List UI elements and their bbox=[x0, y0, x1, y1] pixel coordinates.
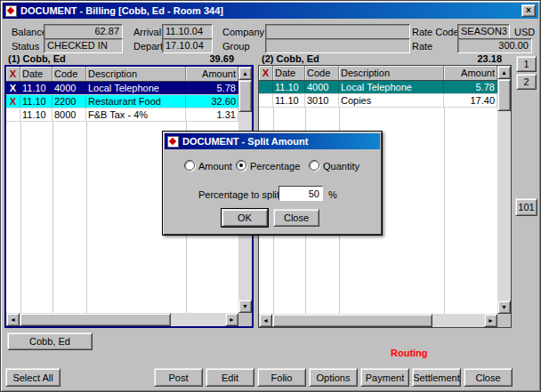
cell-date: 11.10 bbox=[273, 81, 305, 93]
cell-code: 4000 bbox=[305, 81, 339, 93]
split-amount-dialog: DOCUMENT - Split Amount Amount Percentag… bbox=[162, 131, 383, 236]
cell-description: F&B Tax - 4% bbox=[86, 108, 186, 121]
dialog-title: DOCUMENT - Split Amount bbox=[182, 136, 308, 147]
cell-x bbox=[259, 81, 273, 93]
folio-button[interactable]: Folio bbox=[257, 368, 306, 387]
balance-field: 62.87 bbox=[44, 24, 123, 39]
grid-header: X Date Code Description Amount bbox=[6, 67, 238, 82]
cell-description: Copies bbox=[339, 94, 444, 107]
scroll-up-icon[interactable]: ▲ bbox=[238, 67, 252, 80]
column-header-description[interactable]: Description bbox=[339, 66, 444, 80]
radio-amount-label: Amount bbox=[198, 160, 232, 172]
cell-description: Local Telephone bbox=[86, 82, 186, 94]
cell-date: 11.10 bbox=[273, 94, 305, 107]
horizontal-scrollbar[interactable]: ◄ ► bbox=[259, 314, 497, 327]
post-button[interactable]: Post bbox=[154, 368, 203, 387]
scrollbar-corner bbox=[238, 313, 252, 326]
column-header-x[interactable]: X bbox=[6, 67, 20, 81]
table-row[interactable]: X 11.10 2200 Restaurant Food 32.60 bbox=[6, 95, 238, 108]
group-label: Group bbox=[222, 40, 250, 52]
select-all-button[interactable]: Select All bbox=[5, 368, 61, 387]
cell-x: X bbox=[6, 95, 20, 108]
table-row[interactable]: 11.10 3010 Copies 17.40 bbox=[259, 94, 497, 108]
column-header-amount[interactable]: Amount bbox=[444, 66, 497, 80]
scroll-left-icon[interactable]: ◄ bbox=[6, 313, 20, 326]
scrollbar-thumb[interactable] bbox=[272, 314, 432, 327]
group-field[interactable] bbox=[265, 38, 410, 53]
table-row[interactable]: 11.10 4000 Local Telephone 5.78 bbox=[259, 81, 497, 94]
split-label: Percentage to split bbox=[198, 188, 279, 201]
folio-2-total: 23.18 bbox=[428, 52, 502, 65]
dialog-icon bbox=[167, 136, 179, 148]
status-field: CHECKED IN bbox=[44, 38, 123, 53]
cell-date: 11.10 bbox=[20, 95, 52, 108]
side-extra-button[interactable]: 101 bbox=[515, 198, 537, 216]
column-header-x[interactable]: X bbox=[259, 66, 273, 80]
scrollbar-thumb[interactable] bbox=[497, 79, 511, 111]
cell-amount: 32.60 bbox=[186, 95, 238, 108]
rate-code-label: Rate Code bbox=[412, 26, 459, 38]
scroll-down-icon[interactable]: ▼ bbox=[238, 300, 252, 313]
cell-code: 8000 bbox=[52, 108, 86, 121]
radio-amount[interactable] bbox=[184, 160, 195, 171]
cell-amount: 5.78 bbox=[186, 82, 238, 94]
arrival-field: 11.10.04 bbox=[162, 24, 213, 39]
options-button[interactable]: Options bbox=[309, 368, 358, 387]
percent-sign: % bbox=[328, 188, 337, 201]
cell-amount: 17.40 bbox=[444, 94, 497, 107]
cell-description: Restaurant Food bbox=[86, 95, 186, 108]
column-header-code[interactable]: Code bbox=[52, 67, 86, 81]
scrollbar-thumb[interactable] bbox=[238, 80, 252, 112]
folio-window-2-button[interactable]: 2 bbox=[516, 74, 537, 90]
edit-button[interactable]: Edit bbox=[206, 368, 254, 387]
column-header-amount[interactable]: Amount bbox=[186, 67, 238, 81]
split-value-input[interactable] bbox=[279, 186, 323, 201]
cell-x bbox=[259, 94, 273, 107]
column-header-date[interactable]: Date bbox=[20, 67, 52, 81]
app-icon[interactable] bbox=[5, 5, 17, 17]
folio-window-1-button[interactable]: 1 bbox=[516, 56, 537, 72]
radio-percentage[interactable] bbox=[236, 160, 246, 171]
cell-x bbox=[6, 108, 20, 121]
routing-indicator: Routing bbox=[391, 347, 428, 359]
table-row[interactable]: 11.10 8000 F&B Tax - 4% 1.31 bbox=[6, 108, 238, 122]
ok-button[interactable]: OK bbox=[222, 209, 268, 227]
vertical-scrollbar[interactable]: ▲ ▼ bbox=[497, 66, 511, 314]
arrival-label: Arrival bbox=[133, 26, 161, 38]
folio-1-title: (1) Cobb, Ed bbox=[8, 52, 66, 65]
window-title: DOCUMENT - Billing [Cobb, Ed - Room 344] bbox=[20, 5, 223, 16]
close-icon[interactable]: × bbox=[521, 4, 536, 17]
close-button[interactable]: Close bbox=[273, 209, 319, 227]
company-field[interactable] bbox=[265, 24, 410, 39]
scroll-right-icon[interactable]: ► bbox=[225, 313, 238, 326]
depart-field: 17.10.04 bbox=[162, 38, 213, 53]
rate-code-field: SEASON3 bbox=[457, 24, 510, 39]
column-header-description[interactable]: Description bbox=[86, 67, 186, 81]
scroll-right-icon[interactable]: ► bbox=[484, 314, 497, 327]
scrollbar-thumb[interactable] bbox=[20, 313, 171, 326]
radio-quantity[interactable] bbox=[309, 160, 319, 171]
scroll-left-icon[interactable]: ◄ bbox=[259, 314, 272, 327]
scrollbar-corner bbox=[497, 314, 511, 327]
table-row[interactable]: X 11.10 4000 Local Telephone 5.78 bbox=[6, 82, 238, 95]
depart-label: Depart bbox=[133, 40, 163, 52]
settlement-button[interactable]: Settlement bbox=[412, 368, 461, 387]
close-bottom-button[interactable]: Close bbox=[464, 368, 513, 387]
rate-label: Rate bbox=[412, 40, 432, 52]
scroll-up-icon[interactable]: ▲ bbox=[497, 66, 511, 79]
dialog-titlebar[interactable]: DOCUMENT - Split Amount bbox=[165, 133, 380, 149]
radio-percentage-label: Percentage bbox=[250, 160, 300, 172]
grid-header: X Date Code Description Amount bbox=[259, 66, 497, 81]
billing-window: DOCUMENT - Billing [Cobb, Ed - Room 344]… bbox=[0, 0, 541, 392]
scroll-down-icon[interactable]: ▼ bbox=[497, 300, 511, 314]
guest-tab-button[interactable]: Cobb, Ed bbox=[7, 332, 93, 350]
cell-code: 3010 bbox=[305, 94, 339, 107]
radio-quantity-label: Quantity bbox=[323, 160, 359, 172]
column-header-date[interactable]: Date bbox=[273, 66, 305, 80]
horizontal-scrollbar[interactable]: ◄ ► bbox=[6, 313, 238, 326]
company-label: Company bbox=[222, 26, 264, 38]
grid-line bbox=[444, 81, 445, 314]
window-titlebar[interactable]: DOCUMENT - Billing [Cobb, Ed - Room 344]… bbox=[3, 3, 538, 19]
column-header-code[interactable]: Code bbox=[305, 66, 339, 80]
payment-button[interactable]: Payment bbox=[360, 368, 409, 387]
